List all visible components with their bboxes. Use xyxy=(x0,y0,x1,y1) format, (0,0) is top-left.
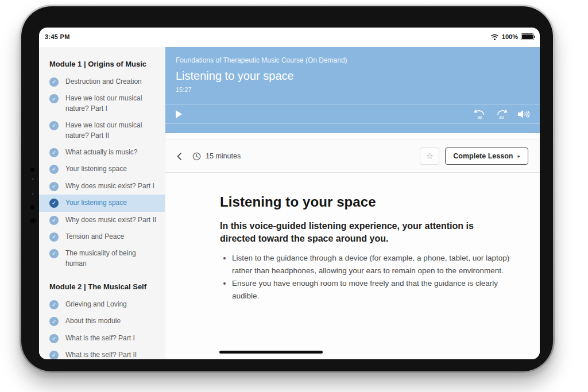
battery-percentage: 100% xyxy=(502,33,518,40)
bullet-item: Listen to the guidance through a device … xyxy=(232,252,514,277)
sensor-dot xyxy=(32,193,33,195)
check-circle-icon: ✓ xyxy=(49,121,59,130)
lesson-label: Your listening space xyxy=(65,198,127,208)
check-circle-icon: ✓ xyxy=(49,199,59,208)
sidebar-lesson[interactable]: ✓About this module xyxy=(39,313,165,329)
audio-player: Foundations of Therapeutic Music Course … xyxy=(165,47,540,133)
lesson-label: Tension and Peace xyxy=(65,232,124,242)
check-circle-icon: ✓ xyxy=(49,148,59,157)
lesson-lead-text: In this voice-guided listening experienc… xyxy=(220,220,475,244)
check-circle-icon: ✓ xyxy=(49,232,59,242)
lesson-label: About this module xyxy=(65,316,121,326)
sidebar-lesson[interactable]: ✓Grieving and Loving xyxy=(39,296,165,313)
check-circle-icon: ✓ xyxy=(49,77,59,87)
lesson-label: Have we lost our musical nature? Part I xyxy=(65,94,158,114)
complete-lesson-label: Complete Lesson xyxy=(453,152,513,160)
module-title: Module 2 | The Musical Self xyxy=(39,272,165,296)
complete-lesson-button[interactable]: Complete Lesson ▸ xyxy=(445,148,528,165)
status-bar: 3:45 PM 100% xyxy=(39,28,540,44)
player-duration: 15:27 xyxy=(176,86,529,93)
star-icon: ☆ xyxy=(426,151,434,161)
check-circle-icon: ✓ xyxy=(49,351,59,359)
lesson-toolbar: 15 minutes ☆ Complete Lesson ▸ xyxy=(165,139,540,173)
sidebar-lesson[interactable]: ✓What is the self? Part I xyxy=(39,330,165,347)
lesson-label: Your listening space xyxy=(65,164,127,174)
lesson-label: Grieving and Loving xyxy=(65,300,127,309)
sidebar-lesson[interactable]: ✓What is the self? Part II xyxy=(39,347,165,359)
lesson-label: What is the self? Part II xyxy=(65,350,137,359)
lesson-duration-label: 15 minutes xyxy=(206,152,241,160)
check-circle-icon: ✓ xyxy=(49,317,59,326)
check-circle-icon: ✓ xyxy=(49,300,59,309)
sidebar-lesson[interactable]: ✓What actually is music? xyxy=(39,144,165,161)
sidebar-lesson[interactable]: ✓Have we lost our musical nature? Part I xyxy=(39,90,165,117)
front-camera xyxy=(30,168,34,172)
rewind-30-icon[interactable]: 30 xyxy=(474,109,486,119)
player-lesson-title: Listening to your space xyxy=(176,69,529,83)
volume-icon[interactable] xyxy=(517,110,529,119)
lesson-main: Foundations of Therapeutic Music Course … xyxy=(165,47,540,359)
svg-text:30: 30 xyxy=(499,114,504,119)
bullet-item: Ensure you have enough room to move free… xyxy=(232,277,514,302)
status-right-cluster: 100% xyxy=(490,33,534,40)
wifi-icon xyxy=(490,34,499,40)
battery-icon xyxy=(521,33,534,40)
lesson-label: What actually is music? xyxy=(65,148,137,157)
module-title: Module 1 | Origins of Music xyxy=(39,49,165,73)
sidebar-lesson[interactable]: ✓Your listening space xyxy=(39,161,165,177)
sidebar-lesson[interactable]: ✓Your listening space xyxy=(39,195,165,211)
sidebar-lesson[interactable]: ✓Have we lost our musical nature? Part I… xyxy=(39,117,165,144)
sensor-dot xyxy=(30,218,36,223)
player-meta: Foundations of Therapeutic Music Course … xyxy=(165,47,540,104)
lesson-label: Why does music exist? Part I xyxy=(65,181,154,191)
check-circle-icon: ✓ xyxy=(49,249,59,258)
play-icon[interactable] xyxy=(176,110,182,118)
clock-icon xyxy=(192,152,201,161)
sidebar-lesson[interactable]: ✓The musicality of being human xyxy=(39,245,165,272)
course-sidebar: Module 1 | Origins of Music✓Destruction … xyxy=(39,47,165,359)
favorite-star-button[interactable]: ☆ xyxy=(420,148,439,165)
home-indicator[interactable] xyxy=(219,351,323,354)
sidebar-lesson[interactable]: ✓Why does music exist? Part II xyxy=(39,212,165,228)
lesson-label: Why does music exist? Part II xyxy=(65,215,156,225)
check-circle-icon: ✓ xyxy=(49,94,59,103)
check-circle-icon: ✓ xyxy=(49,216,59,225)
forward-30-icon[interactable]: 30 xyxy=(496,109,508,119)
back-chevron-icon[interactable] xyxy=(177,153,182,160)
sensor-dot xyxy=(30,205,34,209)
lesson-content: Listening to your space In this voice-gu… xyxy=(165,173,540,359)
svg-text:30: 30 xyxy=(477,114,482,119)
lesson-label: The musicality of being human xyxy=(65,249,158,269)
player-course-title: Foundations of Therapeutic Music Course … xyxy=(176,56,529,64)
check-circle-icon: ✓ xyxy=(49,334,59,343)
check-circle-icon: ✓ xyxy=(49,182,59,191)
ipad-device-frame: 3:45 PM 100% Module 1 xyxy=(20,5,555,373)
caret-right-icon: ▸ xyxy=(517,153,520,159)
sidebar-lesson[interactable]: ✓Destruction and Creation xyxy=(39,73,165,90)
sensor-dot xyxy=(32,178,33,180)
lesson-heading: Listening to your space xyxy=(220,194,517,210)
lesson-label: Have we lost our musical nature? Part II xyxy=(65,121,158,141)
page-background: 3:45 PM 100% Module 1 xyxy=(0,0,588,392)
course-app: Module 1 | Origins of Music✓Destruction … xyxy=(39,47,540,359)
lesson-label: Destruction and Creation xyxy=(65,77,142,87)
sidebar-lesson[interactable]: ✓Tension and Peace xyxy=(39,228,165,245)
player-controls: 30 30 xyxy=(165,104,540,124)
status-time: 3:45 PM xyxy=(45,33,70,40)
check-circle-icon: ✓ xyxy=(49,165,59,174)
lesson-bullet-list: Listen to the guidance through a device … xyxy=(220,252,514,302)
sidebar-lesson[interactable]: ✓Why does music exist? Part I xyxy=(39,178,165,195)
ipad-screen: 3:45 PM 100% Module 1 xyxy=(39,28,540,359)
lesson-label: What is the self? Part I xyxy=(65,333,135,343)
